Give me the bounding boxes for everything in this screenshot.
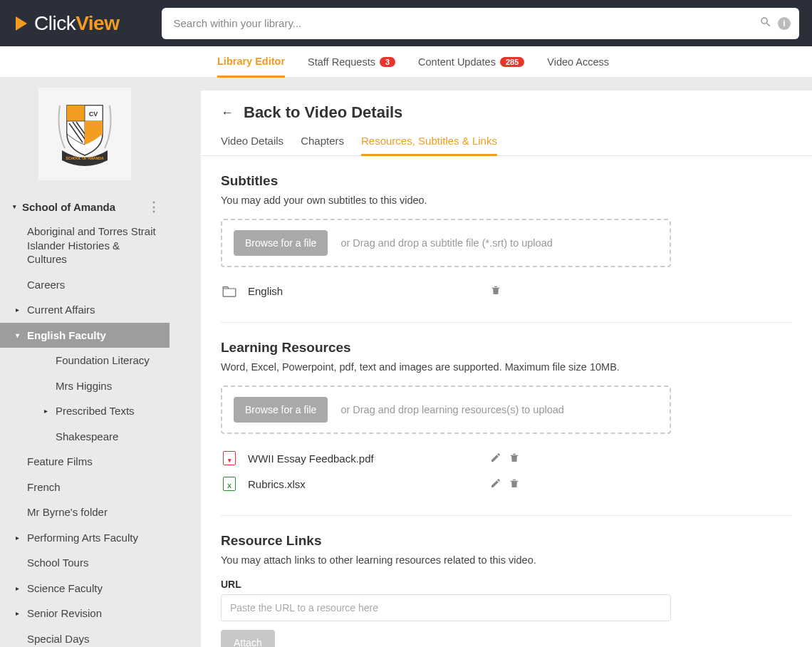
pdf-icon: ▾ [221,451,238,465]
tab-resources[interactable]: Resources, Subtitles & Links [361,135,497,156]
svg-rect-7 [223,289,236,296]
delete-icon[interactable] [509,452,520,465]
sidebar-subitem[interactable]: Shakespeare [14,424,170,450]
school-name: School of Amanda [22,201,115,213]
browse-resource-button[interactable]: Browse for a file [234,397,328,423]
browse-subtitle-button[interactable]: Browse for a file [234,230,328,256]
play-icon [16,16,27,31]
top-bar: ClickView i [0,0,812,46]
attach-button[interactable]: Attach [221,630,275,647]
main-content: ← Back to Video Details Video Details Ch… [170,78,812,647]
subtitles-desc: You may add your own subtitles to this v… [221,195,792,206]
tab-video-details[interactable]: Video Details [221,135,283,155]
sub-nav: Library Editor Staff Requests 3 Content … [0,46,812,78]
sidebar-item[interactable]: Senior Revision [0,601,170,626]
brand-logo[interactable]: ClickView [16,12,119,35]
sidebar-item[interactable]: School Tours [0,550,170,576]
content-updates-badge: 285 [500,57,524,67]
subtitles-heading: Subtitles [221,173,792,189]
resource-file-name: Rubrics.xlsx [248,478,490,490]
subtitles-section: Subtitles You may add your own subtitles… [201,156,812,304]
sidebar-item[interactable]: Current Affairs [0,297,170,323]
subtitle-file-name: English [248,285,490,297]
links-heading: Resource Links [221,533,792,549]
resources-section: Learning Resources Word, Excel, Powerpoi… [201,323,812,497]
resource-file-name: WWII Essay Feedback.pdf [248,452,490,465]
sidebar-item[interactable]: Mr Byrne's folder [0,500,170,525]
subtitles-dropzone[interactable]: Browse for a file or Drag and drop a sub… [221,219,671,267]
folder-icon [221,286,238,297]
links-desc: You may attach links to other learning r… [221,554,792,566]
svg-text:CV: CV [89,110,98,118]
resources-dropzone[interactable]: Browse for a file or Drag and drop learn… [221,385,671,434]
school-logo: CV SCHOOL OF AMANDA [38,88,131,180]
subnav-staff-requests[interactable]: Staff Requests 3 [308,46,395,77]
resources-desc: Word, Excel, Powerpoint, pdf, text and i… [221,361,792,373]
svg-rect-0 [67,105,85,121]
url-input[interactable] [221,594,671,621]
resource-file-row: ▾ WWII Essay Feedback.pdf [221,445,527,471]
edit-icon[interactable] [490,477,501,491]
sidebar-item[interactable]: Feature Films [0,449,170,475]
sidebar-item[interactable]: Performing Arts Faculty [0,525,170,551]
sidebar-item[interactable]: Careers [0,272,170,298]
subtitle-file-row: English [221,279,527,304]
info-icon[interactable]: i [778,17,791,30]
resource-file-row: X Rubrics.xlsx [221,471,527,497]
sidebar-subitem[interactable]: Prescribed Texts [14,398,170,424]
caret-down-icon: ▾ [13,203,16,210]
search-container: i [162,8,799,39]
subnav-content-updates[interactable]: Content Updates 285 [418,46,524,77]
brand-text: ClickView [34,12,119,35]
sidebar-item[interactable]: Special Days [0,626,170,648]
sidebar: CV SCHOOL OF AMANDA ▾ School of Amanda ⋮ [0,78,170,647]
detail-tabs: Video Details Chapters Resources, Subtit… [201,128,812,156]
svg-text:SCHOOL OF AMANDA: SCHOOL OF AMANDA [66,156,103,160]
links-section: Resource Links You may attach links to o… [201,516,812,647]
editor-panel: ← Back to Video Details Video Details Ch… [201,90,812,647]
delete-icon[interactable] [509,477,520,491]
sidebar-item[interactable]: French [0,475,170,500]
resource-drop-text: or Drag and drop learning resources(s) t… [340,404,564,415]
school-name-row[interactable]: ▾ School of Amanda ⋮ [0,195,170,219]
edit-icon[interactable] [490,452,501,465]
search-input[interactable] [162,8,799,39]
page-title: Back to Video Details [244,103,402,122]
resources-heading: Learning Resources [221,340,792,356]
xlsx-icon: X [221,477,238,491]
subnav-library-editor[interactable]: Library Editor [217,47,285,78]
delete-icon[interactable] [490,284,501,298]
tab-chapters[interactable]: Chapters [301,135,344,155]
search-icon[interactable] [759,16,772,31]
sidebar-item[interactable]: Aboriginal and Torres Strait Islander Hi… [0,219,170,272]
staff-requests-badge: 3 [380,57,395,67]
folder-tree: Aboriginal and Torres Strait Islander Hi… [0,219,170,647]
sidebar-item-english-faculty[interactable]: English Faculty [0,323,170,348]
sidebar-subitem[interactable]: Mrs Higgins [14,373,170,399]
back-arrow-icon[interactable]: ← [221,105,234,120]
url-label: URL [221,579,792,590]
more-options-icon[interactable]: ⋮ [147,199,161,214]
subnav-video-access[interactable]: Video Access [547,46,609,77]
sidebar-item[interactable]: Science Faculty [0,576,170,601]
sidebar-subitem[interactable]: Foundation Literacy [14,348,170,373]
subtitle-drop-text: or Drag and drop a subtitle file (*.srt)… [340,237,552,249]
